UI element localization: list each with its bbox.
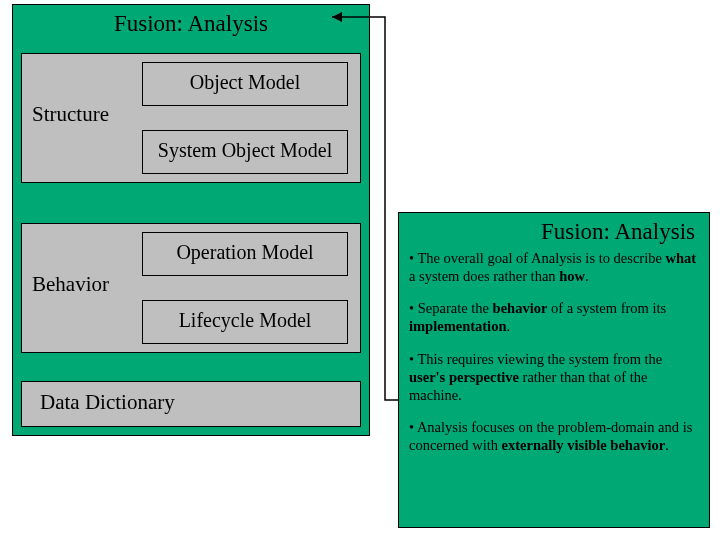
bullet-4: • Analysis focuses on the problem-domain… [409,418,699,454]
bold: how [559,268,585,284]
behavior-label: Behavior [32,272,109,297]
text: a system does rather than [409,268,559,284]
structure-box: Structure Object Model System Object Mod… [21,53,361,183]
bold: behavior [493,300,548,316]
object-model-box: Object Model [142,62,348,106]
text: • The overall goal of Analysis is to des… [409,250,666,266]
left-panel: Fusion: Analysis Structure Object Model … [12,4,370,436]
text: of a system from its [547,300,666,316]
data-dictionary-box: Data Dictionary [21,381,361,427]
text: • Separate the [409,300,493,316]
behavior-box: Behavior Operation Model Lifecycle Model [21,223,361,353]
right-panel: Fusion: Analysis • The overall goal of A… [398,212,710,528]
bullet-3: • This requires viewing the system from … [409,350,699,404]
bold: user's perspective [409,369,519,385]
bold: what [666,250,697,266]
right-panel-title: Fusion: Analysis [409,219,699,245]
bold: externally visible behavior [502,437,666,453]
operation-model-box: Operation Model [142,232,348,276]
lifecycle-model-box: Lifecycle Model [142,300,348,344]
text: . [585,268,589,284]
text: . [506,318,510,334]
structure-label: Structure [32,102,109,127]
text: . [665,437,669,453]
bullet-2: • Separate the behavior of a system from… [409,299,699,335]
bullet-1: • The overall goal of Analysis is to des… [409,249,699,285]
text: • This requires viewing the system from … [409,351,662,367]
left-panel-title: Fusion: Analysis [13,11,369,37]
system-object-model-box: System Object Model [142,130,348,174]
bold: implementation [409,318,506,334]
